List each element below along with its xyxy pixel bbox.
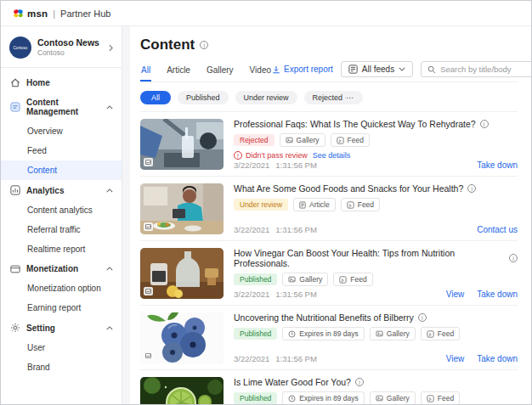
filter-published[interactable]: Published [178, 91, 229, 104]
clock-icon [288, 330, 296, 338]
sidebar-item-content[interactable]: Content [1, 160, 122, 180]
sidebar-item-user[interactable]: User [1, 338, 122, 357]
article-title[interactable]: Professional Faqs: What Is The Quickest … [234, 119, 476, 129]
filter-all[interactable]: All [140, 91, 171, 104]
gallery-icon [376, 395, 383, 402]
sidebar-group-monetization[interactable]: Monetization [1, 259, 122, 278]
content-row: What Are Some Good Foods and Snacks for … [140, 177, 518, 241]
gallery-badge-icon [144, 158, 153, 166]
search-input[interactable] [440, 65, 532, 74]
expires-tag: Expires in 89 days [282, 327, 364, 340]
article-title[interactable]: How Vinegar Can Boost Your Health: Tips … [234, 248, 505, 268]
sidebar-item-brand[interactable]: Brand [1, 357, 122, 377]
sidebar-group-label: Content Management [26, 98, 100, 116]
article-thumbnail[interactable] [140, 377, 224, 404]
view-link[interactable]: View [446, 354, 465, 363]
expires-tag: Expires in 89 days [282, 391, 364, 404]
article-thumbnail[interactable] [140, 183, 224, 234]
gallery-badge-icon [144, 287, 153, 295]
article-icon [299, 201, 306, 209]
msn-butterfly-logo-icon [13, 8, 24, 19]
gallery-tag: Gallery [282, 273, 328, 286]
chevron-up-icon [106, 188, 113, 193]
chevron-up-icon [106, 267, 113, 271]
info-icon[interactable]: i [418, 313, 427, 322]
sidebar: Contoso Contoso News Contoso Home [1, 26, 122, 404]
feed-tag: Feed [333, 273, 372, 286]
content-row: Uncovering the Nutritional Benefits of B… [140, 306, 518, 370]
sidebar-group-setting[interactable]: Setting [1, 318, 122, 338]
more-options-icon[interactable]: ⋯ [346, 93, 354, 102]
tab-gallery[interactable]: Gallery [206, 63, 235, 82]
filter-rejected[interactable]: Rejected ⋯ [304, 91, 364, 104]
gallery-tag: Gallery [280, 133, 325, 147]
publisher-switcher[interactable]: Contoso Contoso News Contoso [1, 31, 122, 65]
monetization-icon [9, 265, 20, 273]
take-down-link[interactable]: Take down [477, 160, 518, 170]
content-list: Professional Faqs: What Is The Quickest … [140, 111, 518, 404]
take-down-link[interactable]: Take down [477, 290, 518, 299]
article-title[interactable]: What Are Some Good Foods and Snacks for … [234, 183, 463, 194]
search-box [421, 61, 532, 77]
sidebar-group-label: Setting [26, 323, 55, 333]
export-report-button[interactable]: Export report [272, 65, 333, 74]
status-badge: Rejected [234, 134, 274, 146]
publisher-avatar: Contoso [9, 37, 31, 59]
feeds-dropdown[interactable]: All feeds [341, 61, 413, 77]
sidebar-item-feed[interactable]: Feed [1, 141, 122, 160]
gallery-badge-icon [144, 222, 153, 231]
gallery-tag: Gallery [370, 391, 416, 404]
top-bar: msn | Partner Hub [1, 1, 531, 26]
main-content: Content i All Article Gallery Video Expo… [130, 26, 531, 404]
article-thumbnail[interactable] [140, 312, 224, 363]
status-badge: Under review [234, 199, 288, 211]
article-thumbnail[interactable] [140, 119, 224, 170]
sidebar-group-analytics[interactable]: Analytics [1, 180, 122, 200]
sidebar-item-content-analytics[interactable]: Content analytics [1, 200, 122, 220]
info-icon[interactable]: i [355, 378, 364, 386]
info-icon[interactable]: i [509, 254, 518, 262]
see-details-link[interactable]: See details [313, 151, 351, 160]
gear-icon [9, 323, 20, 333]
content-row: Professional Faqs: What Is The Quickest … [140, 112, 518, 177]
chevron-right-icon [109, 44, 113, 52]
article-title[interactable]: Uncovering the Nutritional Benefits of B… [234, 312, 414, 323]
status-badge: Published [234, 392, 277, 404]
download-icon [272, 65, 280, 74]
partner-hub-window: msn | Partner Hub Contoso Contoso News C… [0, 0, 532, 405]
view-link[interactable]: View [446, 290, 465, 299]
content-management-icon [9, 102, 20, 112]
feed-icon [427, 330, 434, 338]
app-title: Partner Hub [60, 8, 110, 19]
article-thumbnail[interactable] [140, 248, 224, 299]
take-down-link[interactable]: Take down [477, 354, 518, 363]
publisher-name: Contoso News [37, 37, 99, 48]
filter-under-review[interactable]: Under review [235, 91, 297, 104]
tab-video[interactable]: Video [249, 63, 272, 82]
review-warning: ! Didn't pass review See details [234, 151, 518, 160]
sidebar-item-overview[interactable]: Overview [1, 121, 122, 141]
article-title[interactable]: Is Lime Water Good For You? [234, 377, 351, 387]
sidebar-group-content-management[interactable]: Content Management [1, 93, 122, 121]
chevron-down-icon [399, 67, 405, 71]
tab-article[interactable]: Article [166, 63, 191, 82]
sidebar-item-earning-report[interactable]: Earning report [1, 298, 122, 318]
info-icon[interactable]: i [467, 184, 476, 193]
info-icon[interactable]: i [480, 120, 489, 128]
sidebar-item-monetization-option[interactable]: Monetization option [1, 278, 122, 298]
sidebar-item-home[interactable]: Home [1, 73, 122, 93]
feed-icon [347, 201, 354, 209]
feeds-icon [348, 65, 358, 74]
info-icon[interactable]: i [200, 41, 208, 49]
status-badge: Published [234, 273, 277, 285]
feed-tag: Feed [421, 391, 460, 404]
sidebar-item-referral-traffic[interactable]: Referral traffic [1, 220, 122, 239]
tab-all[interactable]: All [140, 63, 151, 82]
publish-datetime: 3/22/20211:31:56 PM [234, 160, 317, 170]
sidebar-gutter [122, 26, 130, 404]
clock-icon [288, 395, 296, 402]
publisher-subtitle: Contoso [37, 48, 99, 58]
status-badge: Published [234, 328, 277, 340]
sidebar-item-realtime-report[interactable]: Realtime report [1, 239, 122, 259]
contact-us-link[interactable]: Contact us [477, 225, 518, 234]
